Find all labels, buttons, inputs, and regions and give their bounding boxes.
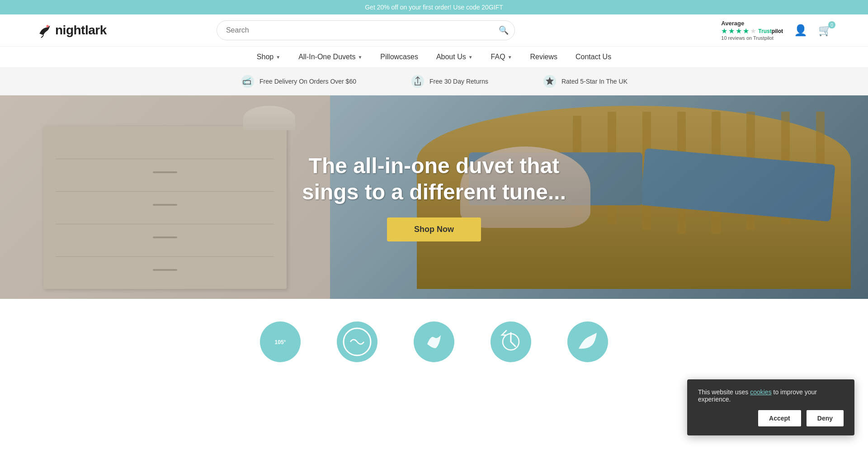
feature-washable	[337, 321, 377, 362]
shop-now-button[interactable]: Shop Now	[387, 217, 481, 241]
returns-icon	[410, 74, 425, 89]
nav-duvets-chevron: ▼	[358, 55, 362, 60]
star-3: ★	[736, 27, 742, 35]
nav-contact-us[interactable]: Contact Us	[576, 53, 611, 61]
trustpilot-logo: Trustpilot	[758, 28, 783, 34]
info-rating: Rated 5-Star In The UK	[542, 74, 627, 89]
search-bar[interactable]: 🔍	[217, 20, 515, 40]
star-5: ★	[750, 27, 756, 35]
nav-faq-chevron: ▼	[508, 55, 512, 60]
hero-title: The all-in-one duvet that sings to a dif…	[298, 153, 570, 205]
nav-about-label: About Us	[436, 53, 466, 61]
star-1: ★	[721, 27, 727, 35]
svg-text:105°: 105°	[275, 339, 286, 345]
trustpilot-widget: Average ★ ★ ★ ★ ★ Trustpilot 10 reviews …	[721, 20, 783, 41]
search-icon: 🔍	[499, 26, 509, 35]
nav-shop[interactable]: Shop ▼	[257, 53, 280, 61]
cookie-banner: This website uses cookies to improve you…	[687, 379, 854, 385]
nav-reviews[interactable]: Reviews	[530, 53, 557, 61]
trustpilot-label: Average	[721, 20, 744, 27]
nav-reviews-label: Reviews	[530, 53, 557, 61]
feature-temperature: 105°	[260, 321, 301, 362]
softness-icon	[414, 321, 454, 362]
feature-returns	[491, 321, 531, 362]
logo[interactable]: nightlark	[36, 22, 107, 38]
banner-text: Get 20% off on your first order! Use cod…	[365, 4, 503, 11]
top-banner: Get 20% off on your first order! Use cod…	[0, 0, 868, 14]
star-4: ★	[743, 27, 749, 35]
info-returns-text: Free 30 Day Returns	[429, 78, 488, 85]
navigation: Shop ▼ All-In-One Duvets ▼ Pillowcases A…	[0, 47, 868, 68]
nav-pillowcases[interactable]: Pillowcases	[380, 53, 418, 61]
trustpilot-stars: ★ ★ ★ ★ ★ Trustpilot	[721, 27, 783, 35]
wash-icon	[337, 321, 377, 362]
info-delivery-text: Free Delivery On Orders Over $60	[259, 78, 356, 85]
account-icon[interactable]: 👤	[794, 24, 807, 37]
feature-soft	[414, 321, 454, 362]
search-input[interactable]	[217, 20, 515, 40]
search-button[interactable]: 🔍	[499, 25, 509, 35]
header-right: Average ★ ★ ★ ★ ★ Trustpilot 10 reviews …	[721, 20, 832, 41]
header: nightlark 🔍 Average ★ ★ ★ ★ ★ Trustpilot	[0, 14, 868, 47]
svg-point-0	[47, 25, 49, 27]
info-returns: Free 30 Day Returns	[410, 74, 488, 89]
stars-row: ★ ★ ★ ★ ★	[721, 27, 756, 35]
delivery-icon	[241, 74, 255, 89]
cart-badge: 0	[828, 21, 835, 28]
feature-more	[567, 321, 608, 362]
nav-about-chevron: ▼	[468, 55, 473, 60]
nav-shop-label: Shop	[257, 53, 274, 61]
nav-all-in-one-duvets[interactable]: All-In-One Duvets ▼	[298, 53, 362, 61]
logo-text: nightlark	[55, 23, 107, 38]
trustpilot-review-count: 10 reviews on Trustpilot	[721, 35, 774, 41]
rating-icon	[542, 74, 557, 89]
nav-duvets-label: All-In-One Duvets	[298, 53, 355, 61]
nav-about-us[interactable]: About Us ▼	[436, 53, 473, 61]
cart-icon[interactable]: 🛒 0	[818, 24, 832, 37]
logo-bird-icon	[36, 22, 52, 38]
features-strip: 105°	[0, 299, 868, 385]
hero-section: The all-in-one duvet that sings to a dif…	[0, 95, 868, 299]
hero-content: The all-in-one duvet that sings to a dif…	[0, 95, 868, 299]
nav-contact-label: Contact Us	[576, 53, 611, 61]
nav-faq-label: FAQ	[491, 53, 505, 61]
returns-circle-icon	[491, 321, 531, 362]
nav-shop-chevron: ▼	[276, 55, 280, 60]
info-bar: Free Delivery On Orders Over $60 Free 30…	[0, 68, 868, 95]
temperature-icon: 105°	[260, 321, 301, 362]
nav-pillowcases-label: Pillowcases	[380, 53, 418, 61]
info-delivery: Free Delivery On Orders Over $60	[241, 74, 356, 89]
nav-faq[interactable]: FAQ ▼	[491, 53, 512, 61]
eco-icon	[567, 321, 608, 362]
info-rating-text: Rated 5-Star In The UK	[561, 78, 627, 85]
star-2: ★	[728, 27, 735, 35]
